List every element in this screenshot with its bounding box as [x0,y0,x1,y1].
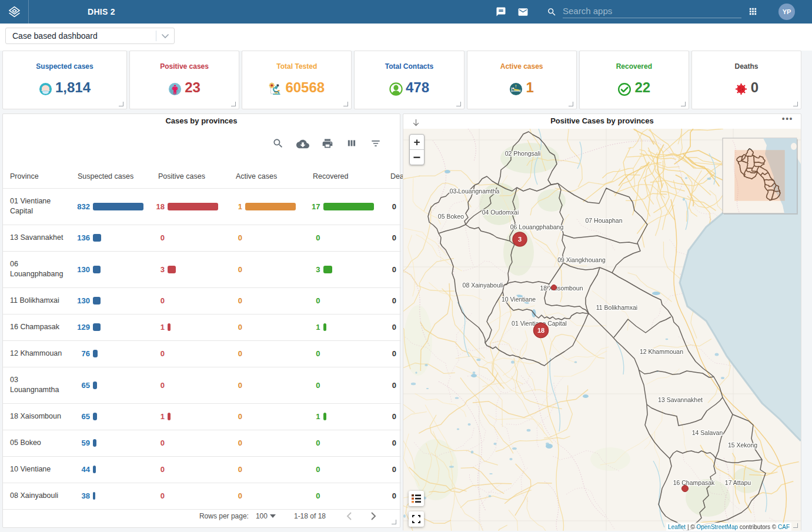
svg-text:06 Louangphabang: 06 Louangphabang [510,223,564,230]
svg-text:05 Bokeo: 05 Bokeo [438,213,465,220]
svg-text:07 Houaphan: 07 Houaphan [585,217,622,224]
svg-text:10 Vientiane: 10 Vientiane [502,296,536,303]
svg-text:08 Xainyabouli: 08 Xainyabouli [463,282,503,289]
svg-text:3: 3 [518,236,522,243]
svg-text:11 Bolikhamxai: 11 Bolikhamxai [596,304,637,311]
svg-text:16 Champasak: 16 Champasak [673,479,715,486]
svg-text:17 Attapu: 17 Attapu [725,479,751,486]
svg-text:14 Salavan: 14 Salavan [692,429,723,436]
svg-text:18 Xaisomboun: 18 Xaisomboun [540,285,583,292]
svg-text:12 Khammouan: 12 Khammouan [640,348,683,355]
svg-text:02 Phongsali: 02 Phongsali [505,150,541,157]
svg-text:09 Xiangkhouang: 09 Xiangkhouang [557,256,606,263]
svg-text:04 Oudomxai: 04 Oudomxai [482,209,519,216]
svg-text:18: 18 [537,327,544,334]
svg-text:03 Louangnamtha: 03 Louangnamtha [450,188,500,195]
svg-text:15 Xekong: 15 Xekong [728,441,757,449]
svg-text:13 Savannakhet: 13 Savannakhet [658,396,703,403]
